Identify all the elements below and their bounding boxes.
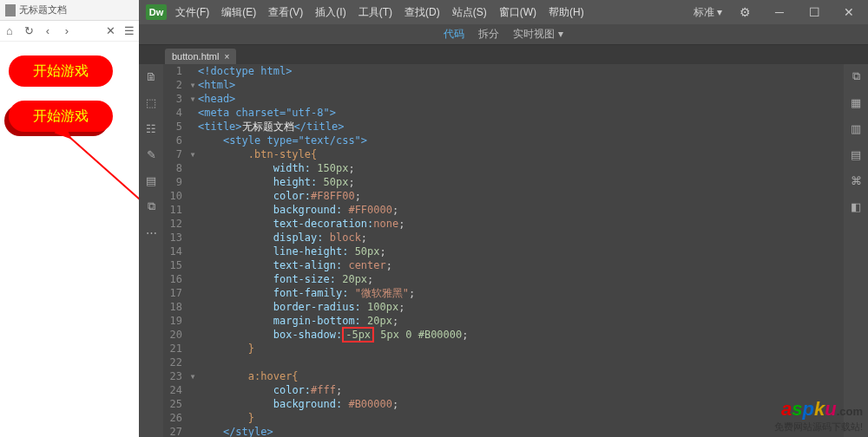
maximize-icon[interactable]: ☐: [802, 3, 826, 21]
tab-button-html[interactable]: button.html ×: [165, 49, 236, 64]
tab-close-icon[interactable]: ×: [224, 52, 229, 62]
css-icon[interactable]: ⬚: [144, 95, 158, 109]
preview-button-2[interactable]: 开始游戏: [9, 101, 113, 132]
menu-tools[interactable]: 工具(T): [358, 5, 392, 20]
dom-icon[interactable]: ☷: [144, 121, 158, 135]
file-icon[interactable]: 🗎: [144, 69, 158, 83]
preview-title: 无标题文档: [19, 3, 67, 16]
browser-preview-panel: 无标题文档 ⌂ ↻ ‹ › ✕ ☰ 开始游戏 开始游戏: [0, 0, 139, 437]
menu-site[interactable]: 站点(S): [452, 5, 487, 20]
minimize-icon[interactable]: ─: [767, 3, 792, 21]
panel-icon-4[interactable]: ▤: [849, 147, 863, 161]
code-editor[interactable]: 1<!doctype html> 2▾<html> 3▾<head> 4<met…: [163, 64, 844, 437]
dreamweaver-panel: Dw 文件(F) 编辑(E) 查看(V) 插入(I) 工具(T) 查找(D) 站…: [139, 0, 868, 437]
tab-label: button.html: [172, 51, 219, 62]
preview-toolbar: ⌂ ↻ ‹ › ✕ ☰: [0, 21, 139, 42]
view-live[interactable]: 实时视图 ▾: [513, 27, 562, 42]
workspace-selector[interactable]: 标准 ▾: [694, 5, 722, 20]
preview-titlebar: 无标题文档: [0, 0, 139, 21]
back-icon[interactable]: ‹: [42, 25, 54, 37]
document-icon: [5, 4, 16, 16]
view-switcher: 代码 拆分 实时视图 ▾: [139, 24, 868, 45]
preview-button-1[interactable]: 开始游戏: [9, 55, 113, 87]
menu-window[interactable]: 窗口(W): [499, 5, 536, 20]
menu-find[interactable]: 查找(D): [404, 5, 440, 20]
document-tabs: button.html ×: [139, 45, 868, 64]
menu-insert[interactable]: 插入(I): [315, 5, 345, 20]
left-toolbar: 🗎 ⬚ ☷ ✎ ▤ ⧉ ⋯: [139, 64, 163, 437]
forward-icon[interactable]: ›: [61, 25, 73, 37]
menu-icon[interactable]: ☰: [123, 25, 135, 37]
menu-view[interactable]: 查看(V): [268, 5, 303, 20]
panel-icon-3[interactable]: ▥: [849, 121, 863, 135]
gear-icon[interactable]: ⚙: [733, 3, 757, 21]
home-icon[interactable]: ⌂: [3, 25, 16, 37]
reload-icon[interactable]: ↻: [23, 25, 35, 37]
menu-file[interactable]: 文件(F): [175, 5, 209, 20]
menu-edit[interactable]: 编辑(E): [221, 5, 256, 20]
menubar: Dw 文件(F) 编辑(E) 查看(V) 插入(I) 工具(T) 查找(D) 站…: [139, 0, 868, 24]
assets-icon[interactable]: ▤: [144, 173, 158, 187]
close-window-icon[interactable]: ✕: [837, 3, 861, 21]
view-split[interactable]: 拆分: [478, 27, 499, 42]
panel-icon-5[interactable]: ⌘: [849, 173, 863, 187]
preview-content: 开始游戏 开始游戏: [0, 42, 139, 437]
close-icon[interactable]: ✕: [104, 25, 116, 37]
right-toolbar: ⧉ ▦ ▥ ▤ ⌘ ◧: [844, 64, 868, 437]
panel-icon-1[interactable]: ⧉: [849, 69, 863, 83]
dw-logo: Dw: [146, 4, 167, 20]
more-icon[interactable]: ⋯: [144, 225, 158, 239]
brush-icon[interactable]: ✎: [144, 147, 158, 161]
view-code[interactable]: 代码: [444, 27, 464, 42]
panel-icon-2[interactable]: ▦: [849, 95, 863, 109]
snippets-icon[interactable]: ⧉: [144, 199, 158, 213]
menu-help[interactable]: 帮助(H): [549, 5, 584, 20]
panel-icon-6[interactable]: ◧: [849, 199, 863, 213]
